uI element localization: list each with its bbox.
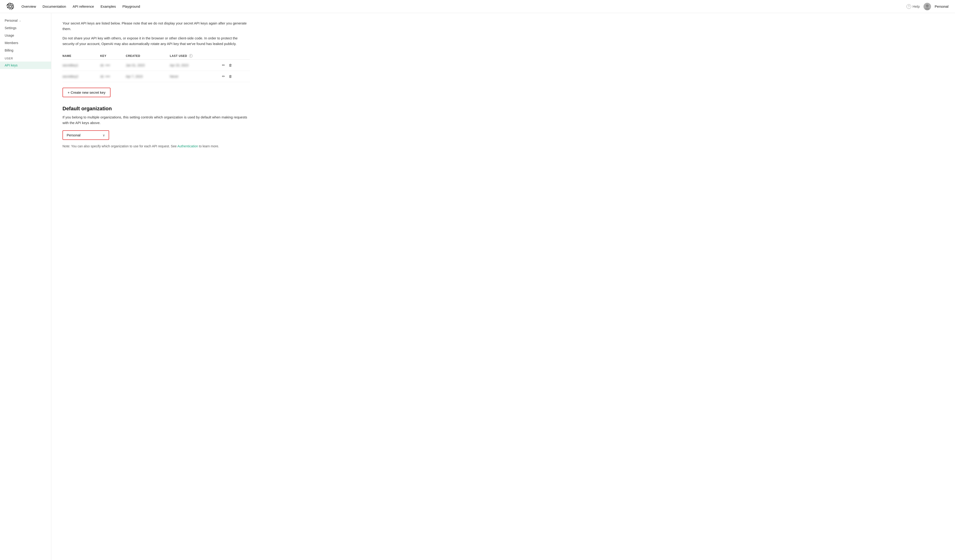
chevron-down-icon: ∨ xyxy=(103,133,105,137)
authentication-link[interactable]: Authentication xyxy=(177,144,198,148)
pencil-icon xyxy=(222,74,225,78)
sidebar-item-members[interactable]: Members xyxy=(0,39,51,47)
sidebar-item-billing[interactable]: Billing xyxy=(0,47,51,54)
note-prefix: Note: You can also specify which organiz… xyxy=(63,144,177,148)
api-keys-table: NAME KEY CREATED LAST USED i secretkey1 … xyxy=(63,52,250,82)
org-select-value: Personal xyxy=(67,133,80,137)
sidebar-user-section: USER xyxy=(0,54,51,61)
row1-key: sk- •••• xyxy=(100,60,126,71)
user-name-label[interactable]: Personal xyxy=(935,5,949,8)
col-key: KEY xyxy=(100,52,126,60)
row2-name: secretkey2 xyxy=(63,71,100,82)
row2-created: Apr 7, 2023 xyxy=(126,71,170,82)
main-content: Your secret API keys are listed below. P… xyxy=(51,13,261,560)
sidebar: Personal ⌄ Settings Usage Members Billin… xyxy=(0,13,51,560)
sidebar-personal-item[interactable]: Personal ⌄ xyxy=(0,17,51,24)
default-org-title: Default organization xyxy=(63,106,250,112)
col-name: NAME xyxy=(63,52,100,60)
help-circle-icon: ? xyxy=(906,4,911,9)
edit-key-1-button[interactable] xyxy=(221,63,225,68)
sidebar-item-usage[interactable]: Usage xyxy=(0,32,51,39)
row1-actions xyxy=(221,60,250,71)
col-created: CREATED xyxy=(126,52,170,60)
row2-last-used: Never xyxy=(170,71,221,82)
row1-created: Jan 01, 2023 xyxy=(126,60,170,71)
chevron-down-icon: ⌄ xyxy=(19,19,21,22)
svg-point-1 xyxy=(926,5,928,7)
row1-name: secretkey1 xyxy=(63,60,100,71)
nav-links: Overview Documentation API reference Exa… xyxy=(22,5,140,8)
description-2: Do not share your API key with others, o… xyxy=(63,36,250,47)
nav-api-reference[interactable]: API reference xyxy=(72,5,94,8)
table-row: secretkey2 sk- •••• Apr 7, 2023 Never xyxy=(63,71,250,82)
table-row: secretkey1 sk- •••• Jan 01, 2023 Apr 20,… xyxy=(63,60,250,71)
trash-icon xyxy=(229,74,232,78)
create-secret-key-button[interactable]: + Create new secret key xyxy=(63,88,111,97)
personal-label: Personal xyxy=(5,19,17,22)
row1-last-used: Apr 20, 2023 xyxy=(170,60,221,71)
help-label: Help xyxy=(913,5,920,8)
sidebar-item-settings[interactable]: Settings xyxy=(0,24,51,32)
note-text: Note: You can also specify which organiz… xyxy=(63,144,250,149)
col-last-used: LAST USED i xyxy=(170,52,221,60)
description-1: Your secret API keys are listed below. P… xyxy=(63,20,250,32)
help-button[interactable]: ? Help xyxy=(906,4,920,9)
default-org-description: If you belong to multiple organizations,… xyxy=(63,114,250,126)
org-select[interactable]: Personal ∨ xyxy=(63,130,109,140)
sidebar-item-api-keys[interactable]: API keys xyxy=(0,61,51,69)
row2-key: sk- •••• xyxy=(100,71,126,82)
col-actions xyxy=(221,52,250,60)
trash-icon xyxy=(229,63,232,67)
page-layout: Personal ⌄ Settings Usage Members Billin… xyxy=(0,13,955,560)
row2-actions xyxy=(221,71,250,82)
last-used-info-icon[interactable]: i xyxy=(189,54,193,58)
top-navigation: Overview Documentation API reference Exa… xyxy=(0,0,955,13)
pencil-icon xyxy=(222,63,225,67)
nav-overview[interactable]: Overview xyxy=(22,5,36,8)
delete-key-2-button[interactable] xyxy=(228,74,233,79)
note-suffix: to learn more. xyxy=(198,144,219,148)
nav-examples[interactable]: Examples xyxy=(100,5,116,8)
nav-playground[interactable]: Playground xyxy=(122,5,140,8)
topnav-right: ? Help Personal xyxy=(906,3,949,10)
logo[interactable] xyxy=(6,3,14,10)
edit-key-2-button[interactable] xyxy=(221,74,225,79)
delete-key-1-button[interactable] xyxy=(228,63,233,68)
avatar[interactable] xyxy=(924,3,931,10)
nav-documentation[interactable]: Documentation xyxy=(43,5,66,8)
